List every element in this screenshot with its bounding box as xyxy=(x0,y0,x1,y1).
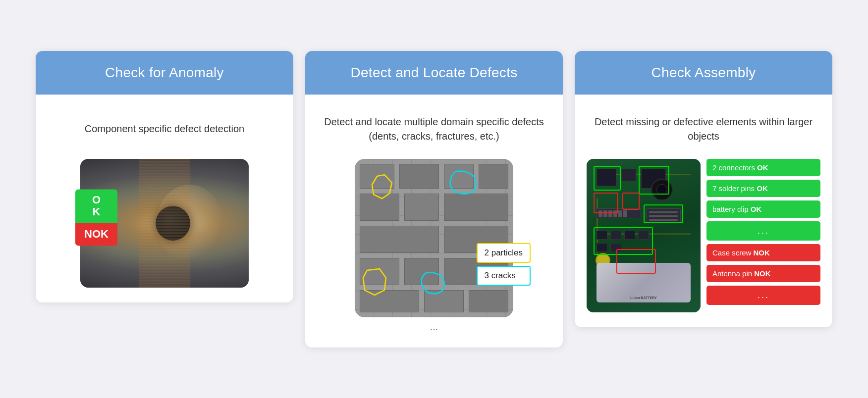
anomaly-visual: O K NOK xyxy=(80,159,249,288)
bbox-green-1 xyxy=(594,166,621,191)
defects-body: Detect and locate multiple domain specif… xyxy=(305,95,563,348)
particles-text: 2 particles xyxy=(485,248,523,257)
anomaly-body: Component specific defect detection O K … xyxy=(36,95,293,302)
defects-title: Detect and Locate Defects xyxy=(351,65,518,80)
bbox-red-1 xyxy=(594,193,618,213)
defects-ellipsis: ... xyxy=(340,321,528,333)
circuit-art xyxy=(355,159,513,317)
battery-label: Li-ion BATTERY xyxy=(630,296,656,299)
assembly-visual: Li-ion BATTERY xyxy=(587,159,820,312)
ok-badge: O K NOK xyxy=(75,189,117,246)
defects-visual: 2 particles 3 cracks ... xyxy=(340,159,528,333)
yellow-outline-2 xyxy=(362,268,389,298)
c-block-4 xyxy=(479,164,508,189)
defect-image xyxy=(355,159,513,317)
defects-description: Detect and locate multiple domain specif… xyxy=(324,109,544,149)
cyan-outline-2 xyxy=(419,270,446,295)
assembly-description: Detect missing or defective elements wit… xyxy=(587,109,820,149)
anomaly-header: Check for Anomaly xyxy=(36,51,293,95)
dots-green-text: ... xyxy=(758,226,769,236)
result-case-screw: Case screw NOK xyxy=(706,244,820,261)
assembly-title: Check Assembly xyxy=(651,65,756,80)
pin-6 xyxy=(623,210,627,217)
chip-2 xyxy=(621,169,636,181)
ok-text: O xyxy=(84,194,108,206)
bbox-green-2 xyxy=(639,166,669,195)
case-screw-status: NOK xyxy=(754,249,770,257)
cyan-outline-1 xyxy=(446,169,481,196)
pin-5 xyxy=(618,210,622,217)
bbox-green-3 xyxy=(644,204,683,223)
bbox-red-3 xyxy=(616,249,656,274)
anomaly-card: Check for Anomaly Component specific def… xyxy=(36,51,293,302)
case-screw-label: Case screw xyxy=(712,249,754,257)
solder-status: OK xyxy=(757,184,768,193)
result-connectors: 2 connectors OK xyxy=(706,159,820,176)
result-dots-red: ... xyxy=(706,286,820,305)
assembly-results: 2 connectors OK 7 solder pins OK battery… xyxy=(706,159,820,305)
c-block-2 xyxy=(399,164,439,189)
antenna-pin-status: NOK xyxy=(754,269,770,278)
ok-badge-green: O K xyxy=(75,189,117,223)
assembly-body: Detect missing or defective elements wit… xyxy=(575,95,832,327)
nok-badge-red: NOK xyxy=(75,223,117,246)
assembly-card: Check Assembly Detect missing or defecti… xyxy=(575,51,832,327)
main-container: Check for Anomaly Component specific def… xyxy=(13,51,855,348)
anomaly-description: Component specific defect detection xyxy=(85,109,244,149)
pcb-image: Li-ion BATTERY xyxy=(587,159,701,312)
antenna-pin-label: Antenna pin xyxy=(712,269,754,278)
pcb-art: Li-ion BATTERY xyxy=(587,159,701,312)
connectors-label: 2 connectors xyxy=(712,163,757,172)
result-antenna-pin: Antenna pin NOK xyxy=(706,265,820,282)
assembly-header: Check Assembly xyxy=(575,51,832,95)
solder-label: 7 solder pins xyxy=(712,184,757,193)
cracks-label: 3 cracks xyxy=(477,266,531,286)
connectors-status: OK xyxy=(757,163,768,172)
battery-clip-status: OK xyxy=(751,205,762,213)
result-dots-green: ... xyxy=(706,221,820,241)
c-block-8 xyxy=(360,226,439,253)
anomaly-title: Check for Anomaly xyxy=(105,65,224,80)
battery-clip-label: battery clip xyxy=(712,205,751,213)
defects-header: Detect and Locate Defects xyxy=(305,51,563,95)
ok-text-k: K xyxy=(84,206,108,218)
c-block-7 xyxy=(444,194,508,221)
cracks-text: 3 cracks xyxy=(485,271,516,280)
weld-seam-lines xyxy=(139,159,190,288)
yellow-outline-1 xyxy=(370,174,394,201)
particles-label: 2 particles xyxy=(477,243,531,263)
result-battery-clip: battery clip OK xyxy=(706,200,820,218)
c-block-6 xyxy=(404,194,439,221)
defects-card: Detect and Locate Defects Detect and loc… xyxy=(305,51,563,348)
dots-red-text: ... xyxy=(758,290,769,300)
bbox-red-2 xyxy=(622,193,640,210)
result-solder: 7 solder pins OK xyxy=(706,180,820,197)
defect-labels: 2 particles 3 cracks xyxy=(477,243,531,286)
c-block-15 xyxy=(469,290,508,312)
